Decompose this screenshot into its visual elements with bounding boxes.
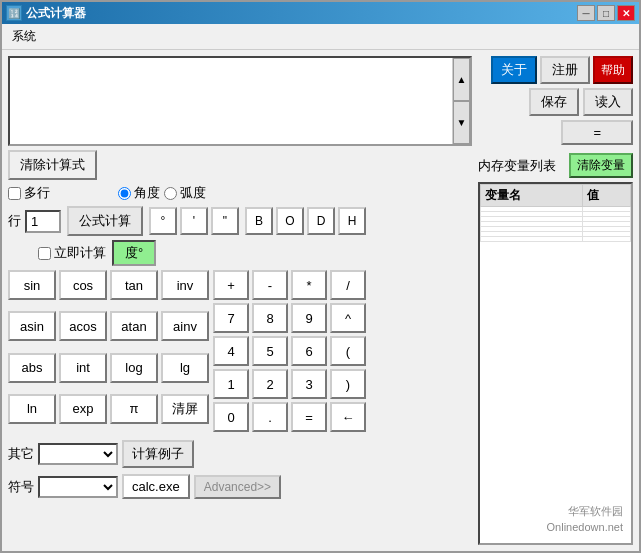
- advanced-button[interactable]: Advanced>>: [194, 475, 281, 499]
- row-input-area: 行: [8, 210, 61, 233]
- main-content: ▲ ▼ 清除计算式 多行 角度: [2, 50, 639, 551]
- sign-combo[interactable]: [38, 476, 118, 498]
- log-button[interactable]: log: [110, 353, 158, 383]
- func-buttons: sin cos tan inv asin acos atan ainv abs …: [8, 270, 209, 432]
- num-row-456: 4 5 6 (: [213, 336, 366, 366]
- num2-button[interactable]: 2: [252, 369, 288, 399]
- row-label: 行: [8, 212, 21, 230]
- title-buttons: ─ □ ✕: [577, 5, 635, 21]
- lg-button[interactable]: lg: [161, 353, 209, 383]
- right-panel: 关于 注册 帮助 保存 读入 = 内存变量列表 清除变量 变量名: [478, 56, 633, 545]
- title-bar: 🔢 公式计算器 ─ □ ✕: [2, 2, 639, 24]
- ainv-button[interactable]: ainv: [161, 311, 209, 341]
- instant-calc-checkbox-label[interactable]: 立即计算: [38, 244, 106, 262]
- instant-calc-row: 立即计算 度°: [8, 240, 472, 266]
- num5-button[interactable]: 5: [252, 336, 288, 366]
- radian-radio[interactable]: [164, 187, 177, 200]
- angle-radio-label[interactable]: 角度: [118, 184, 160, 202]
- var-list-header: 内存变量列表 清除变量: [478, 153, 633, 178]
- acos-button[interactable]: acos: [59, 311, 107, 341]
- degree-symbol-button[interactable]: °: [149, 207, 177, 235]
- left-panel: ▲ ▼ 清除计算式 多行 角度: [8, 56, 472, 545]
- num-row-123: 1 2 3 ): [213, 369, 366, 399]
- ln-button[interactable]: ln: [8, 394, 56, 424]
- power-button[interactable]: ^: [330, 303, 366, 333]
- o-button[interactable]: O: [276, 207, 304, 235]
- other-combo[interactable]: [38, 443, 118, 465]
- menu-bar: 系统: [2, 24, 639, 50]
- h-button[interactable]: H: [338, 207, 366, 235]
- multiline-checkbox-label[interactable]: 多行: [8, 184, 50, 202]
- tan-button[interactable]: tan: [110, 270, 158, 300]
- abs-button[interactable]: abs: [8, 353, 56, 383]
- num3-button[interactable]: 3: [291, 369, 327, 399]
- var-table: 变量名 值 华军软件园: [478, 182, 633, 545]
- radian-radio-label[interactable]: 弧度: [164, 184, 206, 202]
- backspace-button[interactable]: ←: [330, 402, 366, 432]
- num6-button[interactable]: 6: [291, 336, 327, 366]
- multiline-checkbox[interactable]: [8, 187, 21, 200]
- num8-button[interactable]: 8: [252, 303, 288, 333]
- formula-textarea[interactable]: [10, 58, 452, 144]
- second-symbol-button[interactable]: ": [211, 207, 239, 235]
- asin-button[interactable]: asin: [8, 311, 56, 341]
- read-button[interactable]: 读入: [583, 88, 633, 116]
- help-button[interactable]: 帮助: [593, 56, 633, 84]
- sin-button[interactable]: sin: [8, 270, 56, 300]
- formula-input-area: ▲ ▼: [8, 56, 472, 146]
- b-button[interactable]: B: [245, 207, 273, 235]
- close-paren-button[interactable]: ): [330, 369, 366, 399]
- watermark: 华军软件园 Onlinedown.net: [547, 504, 623, 535]
- minute-symbol-button[interactable]: ': [180, 207, 208, 235]
- minus-button[interactable]: -: [252, 270, 288, 300]
- num-row-789: 7 8 9 ^: [213, 303, 366, 333]
- about-button[interactable]: 关于: [491, 56, 537, 84]
- exp-button[interactable]: exp: [59, 394, 107, 424]
- row-number-input[interactable]: [25, 210, 61, 233]
- equals-button[interactable]: =: [561, 120, 633, 145]
- close-button[interactable]: ✕: [617, 5, 635, 21]
- watermark-line2: Onlinedown.net: [547, 520, 623, 535]
- dot-button[interactable]: .: [252, 402, 288, 432]
- table-row: [481, 237, 631, 242]
- num4-button[interactable]: 4: [213, 336, 249, 366]
- clear-screen-button[interactable]: 清屏: [161, 394, 209, 424]
- save-button[interactable]: 保存: [529, 88, 579, 116]
- minimize-button[interactable]: ─: [577, 5, 595, 21]
- cos-button[interactable]: cos: [59, 270, 107, 300]
- register-button[interactable]: 注册: [540, 56, 590, 84]
- plus-button[interactable]: +: [213, 270, 249, 300]
- clear-formula-button[interactable]: 清除计算式: [8, 150, 97, 180]
- angle-radio[interactable]: [118, 187, 131, 200]
- pi-button[interactable]: π: [110, 394, 158, 424]
- var-value-header: 值: [583, 185, 631, 207]
- inv-button[interactable]: inv: [161, 270, 209, 300]
- scroll-down-button[interactable]: ▼: [453, 101, 470, 144]
- num7-button[interactable]: 7: [213, 303, 249, 333]
- calc-main-button[interactable]: 公式计算: [67, 206, 143, 236]
- example-button[interactable]: 计算例子: [122, 440, 194, 468]
- right-top-buttons: 关于 注册 帮助: [478, 56, 633, 84]
- menu-system[interactable]: 系统: [6, 26, 42, 47]
- calcexe-button[interactable]: calc.exe: [122, 474, 190, 499]
- sign-label: 符号: [8, 478, 34, 496]
- instant-calc-checkbox[interactable]: [38, 247, 51, 260]
- maximize-button[interactable]: □: [597, 5, 615, 21]
- clear-var-button[interactable]: 清除变量: [569, 153, 633, 178]
- num-buttons: + - * / 7 8 9 ^ 4 5 6 (: [213, 270, 366, 432]
- num9-button[interactable]: 9: [291, 303, 327, 333]
- num-row-ops: + - * /: [213, 270, 366, 300]
- int-button[interactable]: int: [59, 353, 107, 383]
- num0-button[interactable]: 0: [213, 402, 249, 432]
- atan-button[interactable]: atan: [110, 311, 158, 341]
- open-paren-button[interactable]: (: [330, 336, 366, 366]
- num1-button[interactable]: 1: [213, 369, 249, 399]
- scroll-buttons: ▲ ▼: [452, 58, 470, 144]
- var-list-label: 内存变量列表: [478, 157, 556, 175]
- d-button[interactable]: D: [307, 207, 335, 235]
- multiply-button[interactable]: *: [291, 270, 327, 300]
- scroll-up-button[interactable]: ▲: [453, 58, 470, 101]
- save-read-row: 保存 读入: [478, 88, 633, 116]
- divide-button[interactable]: /: [330, 270, 366, 300]
- equals-num-button[interactable]: =: [291, 402, 327, 432]
